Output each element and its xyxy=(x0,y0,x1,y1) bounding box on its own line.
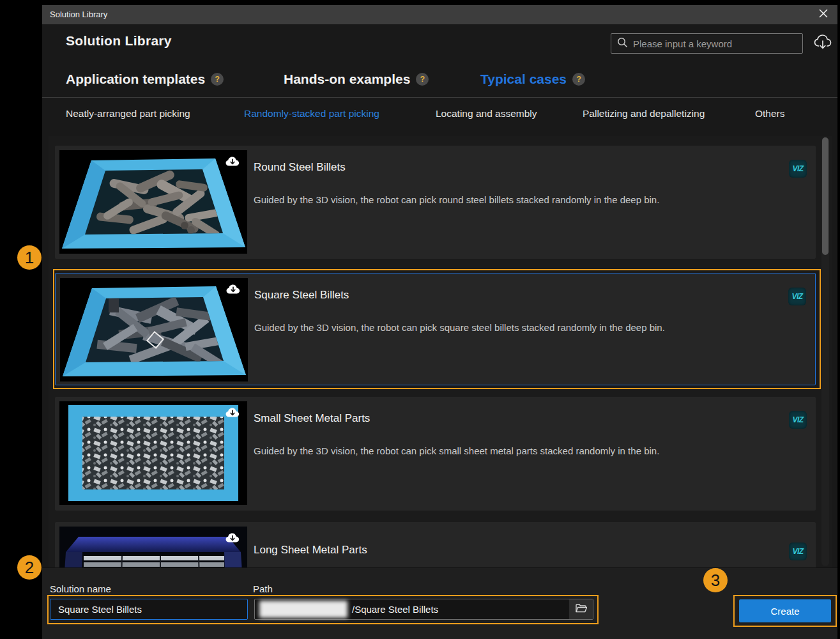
search-input[interactable] xyxy=(632,38,802,50)
solution-description: Guided by the 3D vision, the robot can p… xyxy=(254,445,659,456)
solution-thumbnail xyxy=(59,150,247,254)
tab-hands-on-examples[interactable]: Hands-on examples ? xyxy=(284,72,429,87)
path-suffix-text: /Square Steel Billets xyxy=(352,599,438,619)
cloud-download-button[interactable] xyxy=(813,33,833,54)
subtab-palletizing-and-depalletizing[interactable]: Palletizing and depalletizing xyxy=(583,108,705,119)
annotation-step-1: 1 xyxy=(17,245,42,270)
help-icon[interactable]: ? xyxy=(416,73,429,86)
solution-title: Square Steel Billets xyxy=(254,289,349,302)
path-label: Path xyxy=(253,583,273,594)
subtab-neatly-arranged-part-picking[interactable]: Neatly-arranged part picking xyxy=(66,108,190,119)
path-redacted-segment xyxy=(259,601,347,618)
solution-title: Round Steel Billets xyxy=(254,161,346,174)
viz-badge-icon: VIZ xyxy=(788,288,806,305)
page-title: Solution Library xyxy=(66,33,172,49)
tab-label: Typical cases xyxy=(480,72,567,87)
cloud-download-icon xyxy=(813,32,833,55)
browse-folder-button[interactable] xyxy=(569,599,593,619)
thumbnail-download-icon xyxy=(224,532,241,544)
search-icon xyxy=(611,37,632,50)
tab-label: Hands-on examples xyxy=(284,72,410,87)
help-icon[interactable]: ? xyxy=(211,73,224,86)
card-small-sheet-metal-parts[interactable]: Small Sheet Metal Parts Guided by the 3D… xyxy=(55,397,816,511)
card-square-steel-billets[interactable]: Square Steel Billets Guided by the 3D vi… xyxy=(55,273,816,385)
dialog-titlebar: Solution Library xyxy=(42,5,837,24)
annotation-step-2: 2 xyxy=(17,555,42,580)
viz-badge-icon: VIZ xyxy=(789,543,807,560)
subtab-others[interactable]: Others xyxy=(755,108,785,119)
solution-title: Small Sheet Metal Parts xyxy=(254,412,370,425)
tab-application-templates[interactable]: Application templates ? xyxy=(66,72,224,87)
help-icon[interactable]: ? xyxy=(572,73,585,86)
solution-list: Round Steel Billets Guided by the 3D vis… xyxy=(49,136,832,567)
scrollbar-thumb[interactable] xyxy=(822,137,829,255)
solution-thumbnail xyxy=(60,278,248,381)
card-round-steel-billets[interactable]: Round Steel Billets Guided by the 3D vis… xyxy=(55,146,816,259)
solution-name-input[interactable] xyxy=(50,599,248,620)
viz-badge-icon: VIZ xyxy=(789,160,807,178)
dialog-title: Solution Library xyxy=(50,5,107,24)
subtab-randomly-stacked-part-picking[interactable]: Randomly-stacked part picking xyxy=(244,108,379,119)
scrollbar[interactable] xyxy=(821,137,829,566)
solution-name-label: Solution name xyxy=(50,583,111,594)
tab-typical-cases[interactable]: Typical cases ? xyxy=(480,72,585,87)
thumbnail-download-icon xyxy=(224,155,241,168)
solution-library-dialog: Solution Library Solution Library Applic… xyxy=(42,5,837,639)
viz-badge-icon: VIZ xyxy=(789,411,807,429)
tab-label: Application templates xyxy=(66,72,205,87)
tabs-divider xyxy=(42,97,837,98)
solution-description: Guided by the 3D vision, the robot can p… xyxy=(254,322,665,333)
solution-description: Guided by the 3D vision, the robot can p… xyxy=(254,194,659,205)
close-button[interactable] xyxy=(813,5,834,24)
folder-icon xyxy=(575,603,587,616)
close-icon xyxy=(819,9,828,20)
solution-thumbnail xyxy=(59,527,247,567)
thumbnail-download-icon xyxy=(224,406,241,419)
path-input[interactable]: /Square Steel Billets xyxy=(254,599,593,620)
solution-title: Long Sheet Metal Parts xyxy=(254,544,367,557)
thumbnail-download-icon xyxy=(225,283,241,296)
card-long-sheet-metal-parts[interactable]: Long Sheet Metal Parts VIZ xyxy=(55,522,816,567)
create-button[interactable]: Create xyxy=(739,599,831,622)
annotation-step-3: 3 xyxy=(703,568,728,592)
search-box[interactable] xyxy=(611,33,803,54)
subtab-locating-and-assembly[interactable]: Locating and assembly xyxy=(436,108,537,119)
solution-thumbnail xyxy=(59,401,247,505)
